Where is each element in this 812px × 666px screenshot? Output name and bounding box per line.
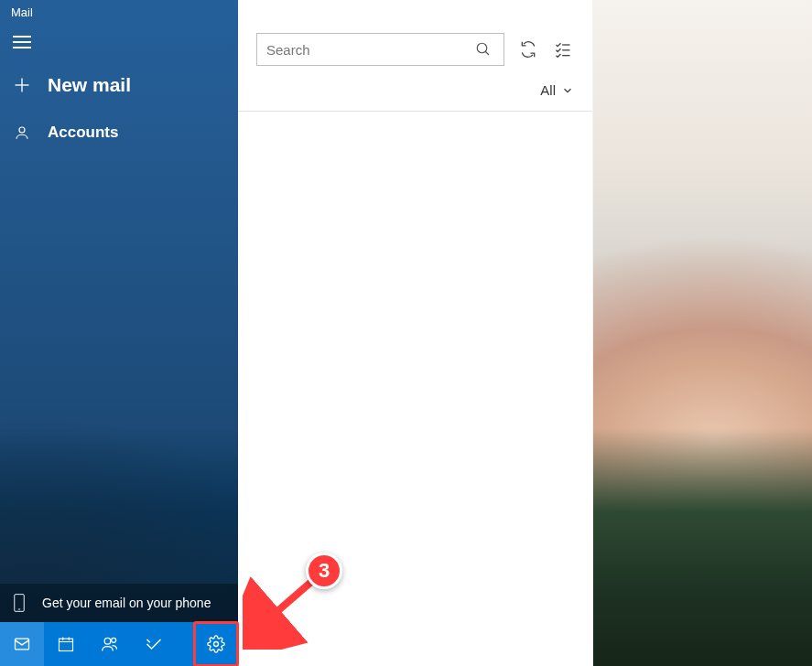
filter-dropdown[interactable]: All bbox=[238, 77, 592, 112]
hamburger-button[interactable] bbox=[0, 23, 238, 61]
calendar-icon bbox=[57, 635, 75, 653]
select-mode-icon[interactable] bbox=[552, 38, 574, 60]
svg-rect-10 bbox=[16, 639, 29, 650]
filter-label: All bbox=[540, 82, 556, 98]
search-icon[interactable] bbox=[472, 38, 494, 60]
todo-tab[interactable] bbox=[132, 622, 176, 666]
svg-rect-11 bbox=[60, 639, 73, 650]
svg-line-1 bbox=[485, 51, 489, 55]
person-icon bbox=[13, 124, 31, 141]
search-input[interactable] bbox=[266, 42, 472, 58]
svg-rect-8 bbox=[15, 595, 25, 612]
phone-icon bbox=[13, 593, 26, 613]
bottom-bar bbox=[0, 622, 238, 666]
mail-tab[interactable] bbox=[0, 622, 44, 666]
svg-point-21 bbox=[104, 638, 111, 644]
phone-promo[interactable]: Get your email on your phone bbox=[0, 584, 238, 622]
plus-icon bbox=[13, 76, 31, 94]
svg-point-7 bbox=[19, 127, 25, 133]
reading-pane bbox=[593, 0, 812, 666]
svg-point-0 bbox=[477, 43, 487, 53]
svg-point-22 bbox=[112, 638, 116, 642]
search-box[interactable] bbox=[256, 33, 504, 66]
gear-icon bbox=[207, 635, 225, 653]
phone-promo-label: Get your email on your phone bbox=[42, 596, 211, 610]
accounts-button[interactable]: Accounts bbox=[0, 113, 238, 153]
new-mail-label: New mail bbox=[48, 74, 131, 96]
sidebar: Mail New mail Accounts Get your email on… bbox=[0, 0, 238, 666]
people-icon bbox=[101, 635, 119, 653]
settings-button[interactable] bbox=[194, 622, 238, 666]
svg-point-23 bbox=[214, 642, 219, 647]
list-header bbox=[238, 0, 592, 77]
new-mail-button[interactable]: New mail bbox=[0, 61, 238, 113]
app-title: Mail bbox=[0, 0, 238, 23]
message-list-pane: All bbox=[238, 0, 593, 666]
checkmark-icon bbox=[145, 635, 163, 653]
chevron-down-icon bbox=[561, 84, 574, 97]
hamburger-icon bbox=[13, 36, 31, 48]
sidebar-decor bbox=[0, 346, 238, 584]
accounts-label: Accounts bbox=[48, 124, 118, 142]
sync-icon[interactable] bbox=[517, 38, 539, 60]
mail-icon bbox=[13, 635, 31, 653]
people-tab[interactable] bbox=[88, 622, 132, 666]
calendar-tab[interactable] bbox=[44, 622, 88, 666]
